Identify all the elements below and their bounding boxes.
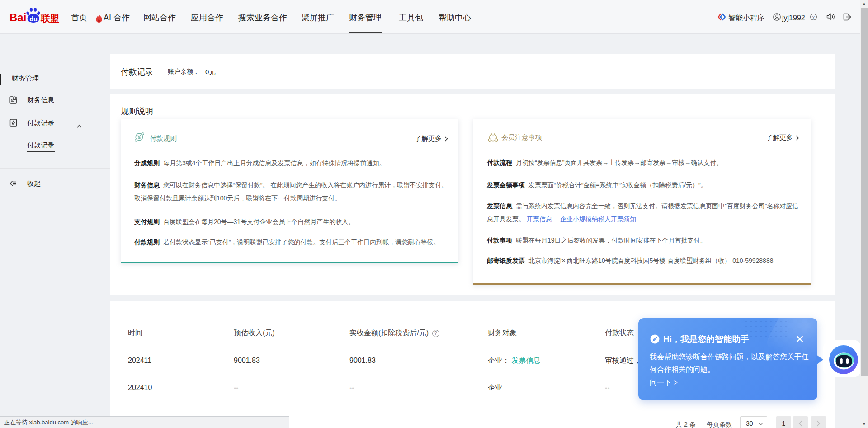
svg-text:Bai: Bai <box>9 11 26 24</box>
svg-text:联盟: 联盟 <box>40 13 59 24</box>
svg-text:du: du <box>29 15 38 23</box>
svg-text:?: ? <box>812 14 815 19</box>
